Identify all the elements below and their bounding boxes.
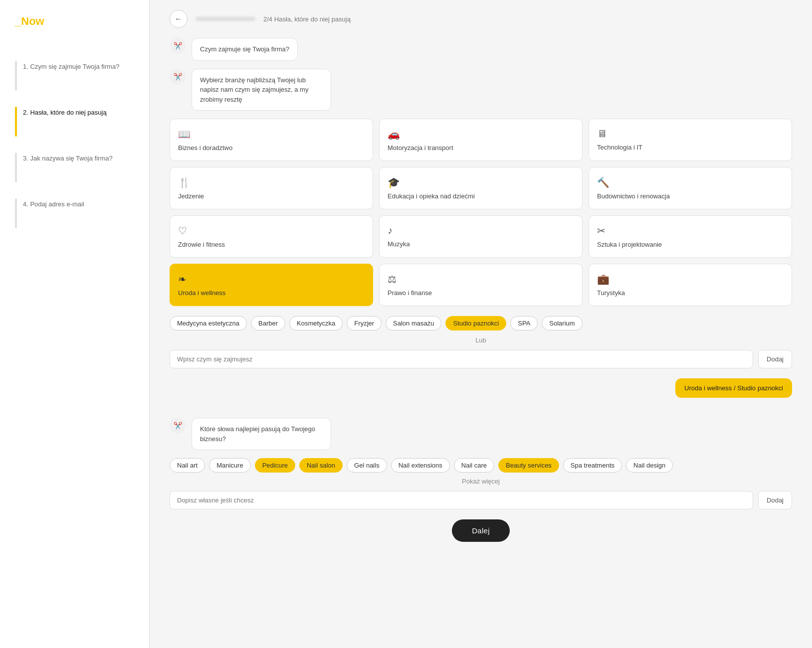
dodaj-button[interactable]: Dodaj [758, 350, 792, 368]
category-icon-turystyka: 💼 [597, 273, 784, 285]
category-label-technologia: Technologia i IT [597, 144, 784, 151]
question-bubble-1: ✂️ Czym zajmuje się Twoja firma? [170, 38, 792, 61]
category-label-sztuka: Sztuka i projektowanie [597, 241, 784, 248]
chat-response-container: Uroda i wellness / Studio paznokci [170, 378, 792, 408]
custom-keyword-row: Dodaj [170, 491, 792, 509]
keyword-chip-gel_nails[interactable]: Gel nails [347, 458, 387, 473]
category-icon-jedzenie: 🍴 [178, 176, 365, 188]
keyword-chips: Nail artManicurePedicureNail salonGel na… [170, 458, 792, 473]
chat-text-1: Czym zajmuje się Twoja firma? [192, 38, 298, 61]
chat-icon-2: ✂️ [170, 69, 186, 85]
step-indicator-3 [15, 153, 17, 182]
step-text-4: 4. Podaj adres e-mail [23, 198, 84, 208]
keyword-chip-nail_design[interactable]: Nail design [626, 458, 673, 473]
subcategory-chip-kosmetyczka[interactable]: Kosmetyczka [289, 316, 343, 330]
category-label-prawo: Prawo i finanse [388, 289, 574, 297]
category-icon-motoryzacja: 🚗 [388, 128, 574, 140]
category-icon-zdrowie: ♡ [178, 225, 365, 237]
keyword-chip-nail_care[interactable]: Nail care [454, 458, 494, 473]
category-card-edukacja[interactable]: 🎓 Edukacja i opieka nad dziećmi [379, 167, 583, 209]
category-icon-uroda: ❧ [178, 273, 365, 285]
chat-text-2: Wybierz branżę najbliższą Twojej lub nap… [192, 69, 331, 111]
blurred-progress [196, 17, 255, 21]
top-header: ← 2/4 Hasła, które do niej pasują [170, 10, 792, 28]
category-label-muzyka: Muzyka [388, 240, 574, 248]
keyword-chip-nail_salon[interactable]: Nail salon [299, 458, 343, 473]
dalej-button[interactable]: Dalej [452, 519, 510, 542]
category-label-biznes: Biznes i doradztwo [178, 144, 365, 152]
subcategory-chip-spa[interactable]: SPA [510, 316, 538, 330]
category-card-motoryzacja[interactable]: 🚗 Motoryzacja i transport [379, 119, 583, 161]
chat-icon-1: ✂️ [170, 38, 186, 54]
category-card-sztuka[interactable]: ✂ Sztuka i projektowanie [589, 215, 792, 258]
category-icon-budownictwo: 🔨 [597, 176, 784, 188]
keyword-chip-spa_treatments[interactable]: Spa treatments [563, 458, 622, 473]
pokaz-wiecej-button[interactable]: Pokaż więcej [170, 478, 792, 485]
category-label-zdrowie: Zdrowie i fitness [178, 241, 365, 248]
subcategory-chip-fryzjer[interactable]: Fryzjer [347, 316, 382, 330]
back-button[interactable]: ← [170, 10, 188, 28]
category-card-prawo[interactable]: ⚖ Prawo i finanse [379, 264, 583, 306]
step-item-4[interactable]: 4. Podaj adres e-mail [15, 190, 134, 236]
question-bubble-2: ✂️ Które słowa najlepiej pasują do Twoje… [170, 418, 792, 450]
custom-category-row: Dodaj [170, 350, 792, 368]
subcategory-chips: Medycyna estetycznaBarberKosmetyczkaFryz… [170, 316, 792, 330]
subcategory-chip-medycyna[interactable]: Medycyna estetyczna [170, 316, 247, 330]
dalej-container: Dalej [170, 519, 792, 542]
chat-response-bubble: Uroda i wellness / Studio paznokci [675, 378, 792, 398]
category-label-motoryzacja: Motoryzacja i transport [388, 144, 574, 152]
category-card-budownictwo[interactable]: 🔨 Budownictwo i renowacja [589, 167, 792, 209]
step-list: 1. Czym się zajmuje Twoja firma? 2. Hasł… [15, 53, 134, 236]
category-card-biznes[interactable]: 📖 Biznes i doradztwo [170, 119, 373, 161]
category-label-turystyka: Turystyka [597, 289, 784, 297]
subcategory-chip-barber[interactable]: Barber [251, 316, 285, 330]
category-card-muzyka[interactable]: ♪ Muzyka [379, 215, 583, 258]
keyword-chip-nail_art[interactable]: Nail art [170, 458, 205, 473]
category-icon-technologia: 🖥 [597, 128, 784, 140]
category-label-budownictwo: Budownictwo i renowacja [597, 192, 784, 200]
category-label-jedzenie: Jedzenie [178, 192, 365, 200]
step-indicator-4 [15, 198, 17, 228]
chat-text-3: Które słowa najlepiej pasują do Twojego … [192, 418, 331, 450]
category-label-edukacja: Edukacja i opieka nad dziećmi [388, 192, 574, 200]
sidebar: _Now 1. Czym się zajmuje Twoja firma? 2.… [0, 0, 150, 648]
main-content: ← 2/4 Hasła, które do niej pasują ✂️ Czy… [150, 0, 812, 648]
step-counter: 2/4 Hasła, które do niej pasują [263, 15, 351, 23]
category-grid: 📖 Biznes i doradztwo 🚗 Motoryzacja i tra… [170, 119, 792, 306]
keyword-chip-nail_extensions[interactable]: Nail extensions [391, 458, 450, 473]
chat-icon-3: ✂️ [170, 418, 186, 434]
step-indicator-2 [15, 107, 17, 137]
category-label-uroda: Uroda i wellness [178, 289, 365, 297]
category-icon-biznes: 📖 [178, 128, 365, 140]
step-text-1: 1. Czym się zajmuje Twoja firma? [23, 61, 119, 70]
category-card-zdrowie[interactable]: ♡ Zdrowie i fitness [170, 215, 373, 258]
step-item-3[interactable]: 3. Jak nazywa się Twoja firma? [15, 145, 134, 190]
step-indicator-1 [15, 61, 17, 91]
category-icon-edukacja: 🎓 [388, 176, 574, 188]
keyword-chip-beauty_services[interactable]: Beauty services [498, 458, 559, 473]
dodaj-custom-button[interactable]: Dodaj [758, 491, 792, 509]
keyword-chip-manicure[interactable]: Manicure [209, 458, 250, 473]
category-icon-sztuka: ✂ [597, 225, 784, 237]
logo-prefix: _ [15, 15, 21, 27]
keyword-input[interactable] [170, 491, 753, 509]
category-card-uroda[interactable]: ❧ Uroda i wellness [170, 264, 373, 306]
category-card-turystyka[interactable]: 💼 Turystyka [589, 264, 792, 306]
category-card-technologia[interactable]: 🖥 Technologia i IT [589, 119, 792, 161]
category-icon-prawo: ⚖ [388, 273, 574, 285]
category-input[interactable] [170, 350, 753, 368]
logo: _Now [15, 15, 134, 28]
category-card-jedzenie[interactable]: 🍴 Jedzenie [170, 167, 373, 209]
lub-label: Lub [170, 336, 792, 344]
step-text-2: 2. Hasła, które do niej pasują [23, 107, 107, 116]
description-bubble: ✂️ Wybierz branżę najbliższą Twojej lub … [170, 69, 792, 111]
step-text-3: 3. Jak nazywa się Twoja firma? [23, 153, 113, 162]
subcategory-chip-salon_masazu[interactable]: Salon masażu [386, 316, 441, 330]
subcategory-chip-solarium[interactable]: Solarium [542, 316, 582, 330]
step-item-2[interactable]: 2. Hasła, które do niej pasują [15, 99, 134, 145]
step-item-1[interactable]: 1. Czym się zajmuje Twoja firma? [15, 53, 134, 99]
subcategory-chip-studio_paznokci[interactable]: Studio paznokci [445, 316, 506, 330]
logo-name: Now [21, 15, 44, 27]
keyword-chip-pedicure[interactable]: Pedicure [255, 458, 295, 473]
category-icon-muzyka: ♪ [388, 225, 574, 236]
